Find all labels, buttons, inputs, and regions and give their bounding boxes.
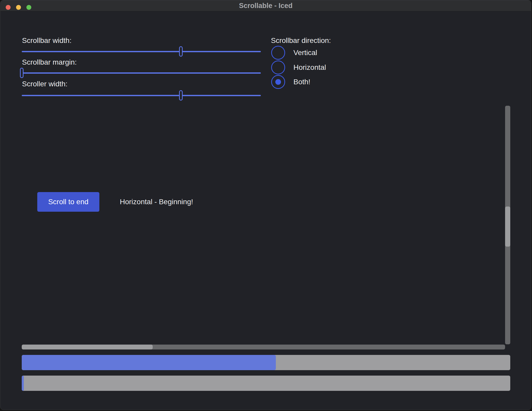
horizontal-progress-bar (22, 376, 510, 391)
slider-handle[interactable] (20, 68, 24, 78)
radio-option-label[interactable]: Vertical (293, 48, 317, 57)
radio-option-label[interactable]: Both! (293, 77, 310, 87)
slider-track[interactable] (22, 95, 261, 96)
vertical-scrollbar[interactable] (505, 106, 510, 344)
horizontal-scrollbar-thumb[interactable] (22, 345, 153, 349)
scroller-width-label: Scroller width: (22, 79, 68, 89)
scrollbar-width-slider[interactable] (22, 46, 261, 57)
window-title: Scrollable - Iced (1, 0, 531, 11)
scrollbar-margin-slider[interactable] (22, 68, 261, 78)
titlebar: Scrollable - Iced (1, 0, 531, 11)
progress-fill (22, 355, 276, 370)
radio-circle-icon[interactable] (271, 46, 285, 60)
scrollbar-direction-label: Scrollbar direction: (271, 36, 331, 45)
scrollbar-margin-label: Scrollbar margin: (22, 58, 77, 67)
vertical-scrollbar-thumb[interactable] (505, 207, 510, 247)
slider-handle[interactable] (179, 90, 183, 101)
app-window: Scrollable - Iced Scrollbar width: Scrol… (0, 0, 531, 410)
scroll-to-end-button[interactable]: Scroll to end (37, 192, 99, 212)
progress-fill (22, 376, 24, 391)
scrollbar-width-label: Scrollbar width: (22, 36, 71, 45)
radio-option-label[interactable]: Horizontal (293, 63, 326, 72)
radio-dot-icon (275, 79, 281, 85)
slider-handle[interactable] (179, 46, 183, 57)
slider-track[interactable] (22, 51, 261, 52)
radio-circle-icon[interactable] (271, 60, 285, 74)
vertical-progress-bar (22, 355, 510, 370)
scroll-status-text: Horizontal - Beginning! (120, 197, 193, 207)
slider-track[interactable] (22, 72, 261, 74)
scroller-width-slider[interactable] (22, 90, 261, 101)
horizontal-scrollbar[interactable] (22, 345, 505, 349)
radio-circle-icon[interactable] (271, 75, 285, 89)
